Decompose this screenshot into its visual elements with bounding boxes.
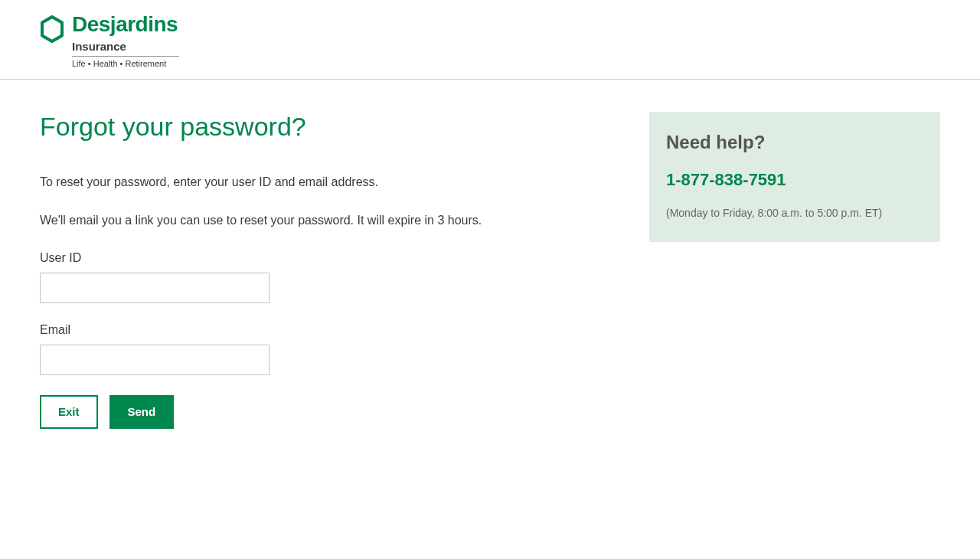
hexagon-icon [40,15,64,46]
help-title: Need help? [666,132,923,153]
instruction-text-1: To reset your password, enter your user … [40,174,603,191]
subbrand: Insurance [72,40,179,57]
logo[interactable]: Desjardins Insurance Life • Health • Ret… [40,14,940,68]
help-hours: (Monday to Friday, 8:00 a.m. to 5:00 p.m… [666,207,923,219]
instruction-text-2: We'll email you a link you can use to re… [40,212,603,229]
header: Desjardins Insurance Life • Health • Ret… [0,0,980,80]
brand-name: Desjardins [72,14,179,35]
tagline: Life • Health • Retirement [72,59,179,68]
exit-button[interactable]: Exit [40,395,98,429]
email-input[interactable] [40,345,270,375]
svg-marker-0 [42,17,62,41]
send-button[interactable]: Send [109,395,175,429]
sidebar: Need help? 1-877-838-7591 (Monday to Fri… [649,112,940,429]
page-title: Forgot your password? [40,112,603,142]
user-id-input[interactable] [40,273,270,303]
help-box: Need help? 1-877-838-7591 (Monday to Fri… [649,112,940,242]
main-content: Forgot your password? To reset your pass… [40,112,603,429]
user-id-label: User ID [40,251,603,265]
email-label: Email [40,323,603,337]
help-phone[interactable]: 1-877-838-7591 [666,170,923,190]
instructions: To reset your password, enter your user … [40,174,603,230]
